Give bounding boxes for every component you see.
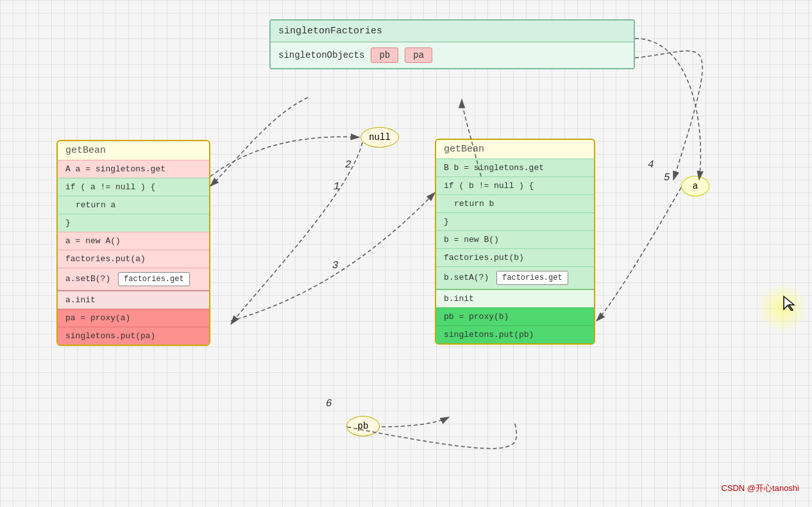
num-label-4: 4 <box>648 159 654 171</box>
singleton-objects-row: singletonObjects pb pa <box>271 42 634 68</box>
left-row-6: factories.put(a) <box>58 250 209 268</box>
num-label-2: 2 <box>345 159 351 171</box>
right-row-6: factories.put(b) <box>436 248 594 266</box>
num-label-5: 5 <box>664 172 670 184</box>
left-row-7: a.setB(?) factories.get <box>58 268 209 290</box>
num-label-3: 3 <box>332 260 339 271</box>
left-row-8: a.init <box>58 290 209 309</box>
left-row-3: return a <box>58 196 209 214</box>
right-row-1: B b = singletons.get <box>436 159 594 176</box>
right-row-2: if ( b != null ) { <box>436 176 594 194</box>
left-row-1: A a = singletons.get <box>58 160 209 178</box>
left-row-4: } <box>58 214 209 232</box>
badge-pa: pa <box>405 47 432 63</box>
a-oval: a <box>681 176 709 196</box>
right-factories-get-badge: factories.get <box>496 271 568 285</box>
left-getbean-title: getBean <box>58 141 209 160</box>
singleton-box: singletonFactories singletonObjects pb p… <box>269 19 635 69</box>
singleton-title: singletonFactories <box>271 21 634 42</box>
left-row-2: if ( a != null ) { <box>58 178 209 196</box>
right-getbean-title: getBean <box>436 140 594 159</box>
right-row-5: b = new B() <box>436 230 594 248</box>
left-row-10: singletons.put(pa) <box>58 327 209 345</box>
null-oval: null <box>360 127 399 148</box>
right-row-8: b.init <box>436 289 594 307</box>
right-row-7: b.setA(?) factories.get <box>436 266 594 289</box>
right-row-10: singletons.put(pb) <box>436 325 594 343</box>
watermark: CSDN @开心tanoshi <box>721 483 799 494</box>
right-getbean-box: getBean B b = singletons.get if ( b != n… <box>435 139 595 345</box>
right-row-9: pb = proxy(b) <box>436 307 594 325</box>
num-label-6: 6 <box>326 398 332 409</box>
right-row-4: } <box>436 212 594 230</box>
left-row-5: a = new A() <box>58 232 209 250</box>
singleton-objects-label: singletonObjects <box>278 50 364 60</box>
left-getbean-box: getBean A a = singletons.get if ( a != n… <box>56 140 210 346</box>
num-label-1: 1 <box>334 181 340 193</box>
left-factories-get-badge: factories.get <box>118 272 190 286</box>
svg-marker-0 <box>784 296 794 311</box>
cursor <box>782 295 795 311</box>
badge-pb: pb <box>371 47 398 63</box>
right-row-3: return b <box>436 194 594 212</box>
left-row-9: pa = proxy(a) <box>58 309 209 327</box>
pb-oval: pb <box>346 416 380 436</box>
